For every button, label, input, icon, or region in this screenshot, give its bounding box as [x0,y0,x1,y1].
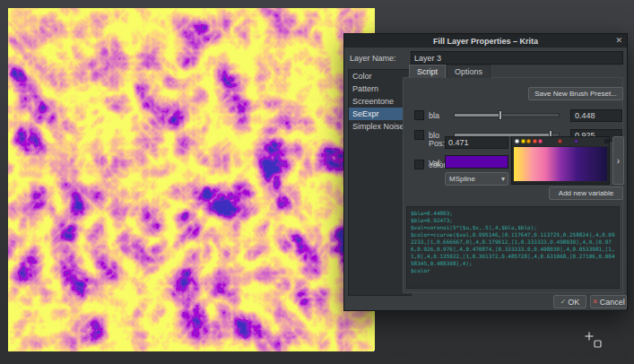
move-crosshair-cursor [584,331,605,351]
cancel-button-label: Cancel [600,298,625,307]
gradient-preview[interactable] [514,147,607,181]
save-brush-preset-button[interactable]: Save New Brush Preset... [528,87,623,100]
script-editor[interactable]: $bla=0.44803;$blo=0.92473;$val=voronoi(5… [406,206,620,289]
variable-name: bla [429,111,439,120]
slider-groove [454,113,560,117]
slider-fill [455,114,501,117]
cancel-button[interactable]: ✕ Cancel [590,295,627,308]
gradient-stop-marker[interactable] [533,139,537,143]
variable-row: bla0.448 [344,109,629,122]
cancel-x-icon: ✕ [592,298,598,306]
close-icon[interactable]: ✕ [615,36,622,46]
gradient-stop-marker[interactable] [574,139,578,143]
sidebar-item-color[interactable]: Color [349,70,411,82]
dialog-titlebar[interactable]: Fill Layer Properties – Krita ✕ [344,34,627,48]
tab-script[interactable]: Script [409,65,446,78]
variable-value-bla[interactable]: 0.448 [570,109,622,122]
layer-name-input[interactable] [411,51,623,65]
gradient-stop-marker[interactable] [604,139,609,143]
variable-slider-bla[interactable] [454,109,560,122]
script-line: $color=ccurve($val,0.995146,[0.117647,0.… [411,231,615,267]
script-line: $bla=0.44803; [411,210,615,217]
gradient-stop-marker[interactable] [558,139,562,143]
variable-checkbox-bla[interactable] [414,110,424,120]
tab-bar: ScriptOptions [409,64,491,78]
gradient-stop-marker[interactable] [521,139,525,143]
script-line: $color [411,267,615,274]
val-label: Val: [429,159,442,168]
interpolation-value: MSpline [449,175,475,183]
interpolation-combobox[interactable]: MSpline ▾ [445,172,508,186]
val-color-swatch[interactable] [445,155,508,169]
color-variable-checkbox[interactable] [414,160,424,169]
plasma-noise-image [8,8,375,351]
gradient-stop-marker[interactable] [538,139,543,143]
sidebar-item-pattern[interactable]: Pattern [349,82,411,95]
gradient-stops-strip [512,137,609,146]
layer-name-label: Layer Name: [350,54,396,63]
pos-label: Pos: [429,139,445,148]
canvas-noise-preview[interactable] [8,8,375,351]
sidebar-item-screentone[interactable]: Screentone [349,95,411,108]
gradient-stop-marker[interactable] [526,139,531,143]
slider-handle[interactable] [499,110,502,120]
script-line: $blo=0.92473; [411,217,615,224]
fill-layer-properties-dialog: Fill Layer Properties – Krita ✕ Layer Na… [343,33,628,311]
ok-button[interactable]: ✓ OK [553,295,586,308]
chevron-down-icon: ▾ [501,173,505,185]
ok-button-label: OK [568,298,579,307]
variable-checkbox-blo[interactable] [414,130,424,140]
pos-input[interactable] [445,136,508,149]
tab-options[interactable]: Options [447,65,491,78]
add-new-variable-button[interactable]: Add new variable [549,186,623,200]
script-line: $val=voronoi(5*[$u,$v,.5],4,$bla,$blo); [411,224,615,231]
gradient-next-button[interactable]: › [612,136,624,185]
gradient-editor[interactable] [511,136,610,185]
gradient-stop-marker[interactable] [515,139,519,143]
ok-check-icon: ✓ [560,298,567,306]
dialog-title: Fill Layer Properties – Krita [433,37,538,46]
